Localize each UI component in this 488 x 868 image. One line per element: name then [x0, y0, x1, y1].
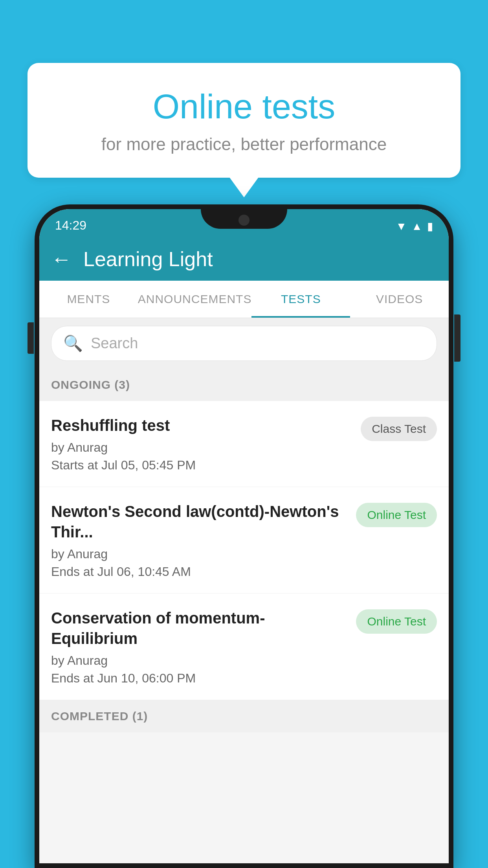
wifi-icon: ▼ [396, 220, 407, 233]
front-camera [238, 215, 250, 226]
volume-button [28, 322, 34, 354]
tab-ments[interactable]: MENTS [39, 281, 138, 318]
status-time: 14:29 [55, 218, 86, 233]
test-item[interactable]: Reshuffling test by Anurag Starts at Jul… [39, 401, 449, 487]
tab-tests[interactable]: TESTS [251, 281, 350, 318]
tabs-container: MENTS ANNOUNCEMENTS TESTS VIDEOS [39, 281, 449, 318]
app-bar: ← Learning Light [39, 237, 449, 281]
online-test-badge: Online Test [356, 503, 437, 527]
phone-frame: 14:29 ▼ ▲ ▮ ← Learning Light MENTS ANNOU… [35, 204, 453, 868]
back-button[interactable]: ← [51, 247, 72, 271]
search-icon: 🔍 [63, 334, 83, 353]
search-bar[interactable]: 🔍 Search [51, 326, 437, 361]
phone-screen: 14:29 ▼ ▲ ▮ ← Learning Light MENTS ANNOU… [39, 209, 449, 863]
test-by: by Anurag [51, 440, 353, 455]
signal-icon: ▲ [411, 220, 422, 233]
test-name: Newton's Second law(contd)-Newton's Thir… [51, 501, 348, 542]
app-bar-title: Learning Light [83, 247, 213, 271]
test-name: Conservation of momentum-Equilibrium [51, 608, 348, 649]
test-date: Ends at Jun 10, 06:00 PM [51, 671, 348, 686]
power-button [454, 314, 460, 362]
test-by: by Anurag [51, 547, 348, 561]
test-item[interactable]: Conservation of momentum-Equilibrium by … [39, 594, 449, 700]
test-info: Conservation of momentum-Equilibrium by … [51, 608, 348, 686]
completed-title: COMPLETED (1) [51, 710, 148, 723]
test-info: Newton's Second law(contd)-Newton's Thir… [51, 501, 348, 579]
search-placeholder: Search [91, 335, 138, 352]
ongoing-title: ONGOING (3) [51, 378, 130, 391]
bubble-title: Online tests [59, 86, 429, 127]
tab-announcements[interactable]: ANNOUNCEMENTS [138, 281, 252, 318]
online-test-badge: Online Test [356, 609, 437, 634]
tests-list: Reshuffling test by Anurag Starts at Jul… [39, 401, 449, 700]
test-name: Reshuffling test [51, 415, 353, 436]
ongoing-section-header: ONGOING (3) [39, 369, 449, 401]
search-container: 🔍 Search [39, 318, 449, 369]
test-by: by Anurag [51, 653, 348, 668]
status-icons: ▼ ▲ ▮ [396, 220, 433, 233]
test-date: Starts at Jul 05, 05:45 PM [51, 458, 353, 473]
test-info: Reshuffling test by Anurag Starts at Jul… [51, 415, 353, 473]
bubble-subtitle: for more practice, better performance [59, 134, 429, 154]
tab-videos[interactable]: VIDEOS [350, 281, 449, 318]
speech-bubble: Online tests for more practice, better p… [28, 63, 460, 178]
test-date: Ends at Jul 06, 10:45 AM [51, 565, 348, 579]
test-item[interactable]: Newton's Second law(contd)-Newton's Thir… [39, 487, 449, 594]
speech-bubble-container: Online tests for more practice, better p… [28, 63, 460, 178]
phone-notch [201, 209, 287, 229]
class-test-badge: Class Test [361, 417, 437, 441]
battery-icon: ▮ [427, 220, 433, 233]
completed-section-header: COMPLETED (1) [39, 700, 449, 732]
